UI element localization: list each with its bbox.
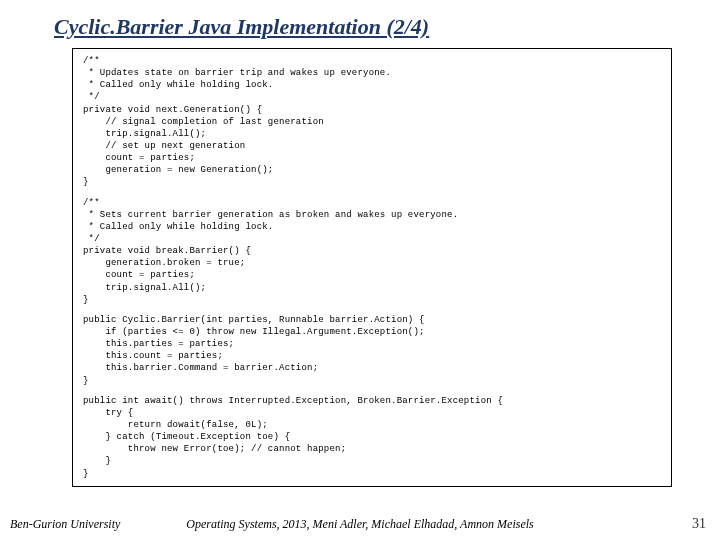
code-box: /** * Updates state on barrier trip and … xyxy=(72,48,672,487)
code-block-2: /** * Sets current barrier generation as… xyxy=(83,197,661,306)
code-block-4: public int await() throws Interrupted.Ex… xyxy=(83,395,661,480)
code-block-1: /** * Updates state on barrier trip and … xyxy=(83,55,661,189)
footer-university: Ben-Gurion University xyxy=(10,517,120,532)
slide-title: Cyclic.Barrier Java Implementation (2/4) xyxy=(54,14,720,40)
slide-number: 31 xyxy=(692,516,706,532)
footer-course: Operating Systems, 2013, Meni Adler, Mic… xyxy=(186,517,534,532)
code-block-3: public Cyclic.Barrier(int parties, Runna… xyxy=(83,314,661,387)
